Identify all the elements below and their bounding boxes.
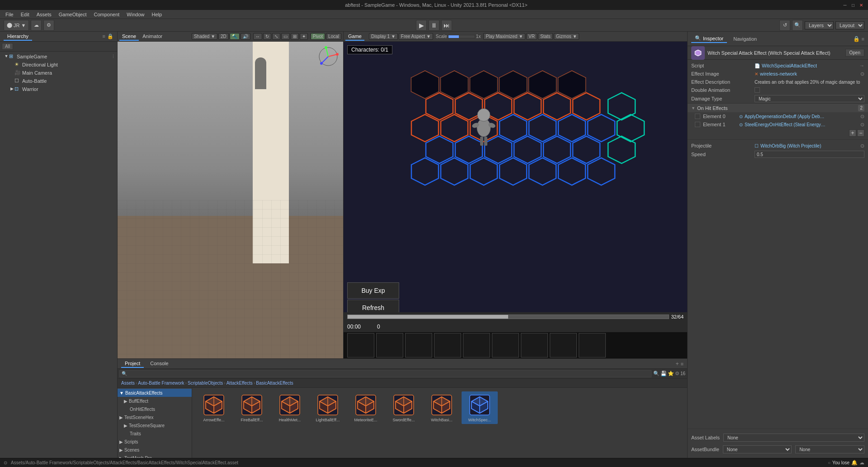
item-slot-3[interactable]: [405, 333, 432, 357]
2d-toggle[interactable]: 2D: [218, 33, 229, 40]
play-button[interactable]: ▶: [416, 20, 427, 31]
breadcrumb-framework[interactable]: Auto-Battle Framework: [138, 381, 184, 386]
breadcrumb-scriptable[interactable]: ScriptableObjects: [188, 381, 223, 386]
item-slot-1[interactable]: [347, 333, 374, 357]
breadcrumb-attack[interactable]: AttackEffects: [226, 381, 253, 386]
history-button[interactable]: ↺: [779, 20, 790, 31]
asset-bundle-dropdown[interactable]: None: [723, 445, 792, 453]
element1-target-icon[interactable]: ⊙: [860, 122, 864, 128]
pivot-toggle[interactable]: Pivot: [311, 33, 325, 40]
inspector-menu-icon[interactable]: ≡: [862, 36, 864, 42]
notification-icon[interactable]: 🔔: [851, 460, 858, 466]
asset-bundle-variant-dropdown[interactable]: None: [795, 445, 864, 453]
on-hit-effects-section[interactable]: ▼ On Hit Effects 2: [688, 103, 868, 112]
asset-firebeff[interactable]: FireBallEff...: [234, 391, 270, 424]
lock-icon[interactable]: 🔒: [853, 36, 860, 42]
project-search-input[interactable]: [128, 371, 649, 376]
asset-arroweffe[interactable]: ArrowEffe...: [196, 391, 232, 424]
rect-tool[interactable]: ▭: [281, 33, 290, 40]
project-menu-icon[interactable]: ≡: [681, 361, 684, 367]
hierarchy-item-camera[interactable]: 🎥 Main Camera: [0, 69, 117, 77]
minimize-button[interactable]: ─: [842, 2, 848, 8]
asset-witchspec[interactable]: WitchSpec...: [462, 391, 498, 424]
settings-button[interactable]: ⚙: [43, 20, 54, 31]
menu-gameobject[interactable]: GameObject: [55, 11, 90, 18]
item-slot-8[interactable]: [550, 333, 577, 357]
inspector-tab[interactable]: 🔍 Inspector: [691, 34, 727, 43]
all-filter[interactable]: All: [2, 43, 13, 50]
speed-input[interactable]: [755, 151, 864, 158]
menu-component[interactable]: Component: [90, 11, 123, 18]
hierarchy-item-dirlight[interactable]: ☀ Directional Light: [0, 61, 117, 69]
file-item-buff[interactable]: ▶ BuffEffect: [118, 397, 192, 405]
play-maximized[interactable]: Play Maximized ▼: [483, 33, 525, 40]
display-dropdown[interactable]: Display 1 ▼: [369, 33, 398, 40]
save-filter-icon[interactable]: 💾: [660, 371, 667, 376]
settings-icon[interactable]: ⚙: [675, 371, 679, 376]
hierarchy-tab[interactable]: Hierarchy: [4, 33, 32, 41]
breadcrumb-assets[interactable]: Assets: [121, 381, 135, 386]
file-item-testscene[interactable]: ▶ TestSceneSquare: [118, 421, 192, 429]
add-icon[interactable]: +: [676, 361, 679, 367]
asset-lightbeff[interactable]: LightBallEff...: [310, 391, 346, 424]
navigation-tab[interactable]: Navigation: [730, 35, 760, 43]
layout-dropdown[interactable]: Layout: [835, 21, 864, 29]
file-item-textmesh[interactable]: ▶ TextMesh Pro: [118, 454, 192, 458]
hierarchy-lock-icon[interactable]: 🔒: [107, 33, 113, 39]
pause-button[interactable]: ⏸: [429, 20, 439, 31]
menu-assets[interactable]: Assets: [33, 11, 55, 18]
double-anim-checkbox[interactable]: [755, 87, 760, 93]
add-element-button[interactable]: +: [849, 129, 856, 137]
eye-icon[interactable]: ⋮: [111, 54, 115, 59]
remove-element-button[interactable]: −: [857, 129, 864, 137]
file-item-traits[interactable]: Traits: [118, 429, 192, 438]
step-button[interactable]: ⏭: [441, 20, 452, 31]
item-slot-7[interactable]: [521, 333, 548, 357]
account-button[interactable]: ⬤ JR ▼: [4, 20, 29, 31]
menu-edit[interactable]: Edit: [17, 11, 33, 18]
vr-button[interactable]: VR: [526, 33, 537, 40]
audio-toggle[interactable]: 🔊: [241, 33, 250, 40]
asset-meteorite[interactable]: MeteoriteE...: [348, 391, 384, 424]
project-search-field[interactable]: 🔍: [119, 370, 651, 377]
item-slot-4[interactable]: [434, 333, 461, 357]
buy-exp-button[interactable]: Buy Exp: [347, 282, 399, 299]
projectile-target-icon[interactable]: ⊙: [860, 143, 864, 149]
rotate-tool[interactable]: ↻: [263, 33, 271, 40]
scale-slider[interactable]: [448, 35, 475, 38]
search-button[interactable]: 🔍: [792, 20, 803, 31]
scene-tab[interactable]: Scene: [119, 33, 139, 41]
hierarchy-item-autobattle[interactable]: ☐ Auto-Battle: [0, 77, 117, 85]
console-tab[interactable]: Console: [146, 360, 172, 368]
aspect-dropdown[interactable]: Free Aspect ▼: [399, 33, 433, 40]
asset-healthmet[interactable]: HealthMet...: [272, 391, 308, 424]
transform-tool[interactable]: ⊞: [291, 33, 299, 40]
asset-label-dropdown[interactable]: None: [723, 434, 864, 442]
menu-help[interactable]: Help: [148, 11, 165, 18]
element1-checkbox[interactable]: [695, 122, 700, 127]
scene-viewport[interactable]: Persp: [118, 42, 343, 358]
stats-button[interactable]: Stats: [538, 33, 553, 40]
shading-dropdown[interactable]: Shaded ▼: [192, 33, 217, 40]
gizmos-button[interactable]: Gizmos ▼: [554, 33, 580, 40]
element0-checkbox[interactable]: [695, 114, 700, 119]
file-item-onhit[interactable]: OnHitEffects: [118, 405, 192, 413]
item-slot-9[interactable]: [579, 333, 606, 357]
menu-window[interactable]: Window: [123, 11, 148, 18]
game-viewport[interactable]: Characters: 0/1: [344, 42, 687, 358]
light-toggle[interactable]: 🔦: [230, 33, 240, 40]
local-toggle[interactable]: Local: [326, 33, 341, 40]
element0-target-icon[interactable]: ⊙: [860, 114, 864, 119]
game-tab[interactable]: Game: [345, 33, 364, 41]
item-slot-6[interactable]: [492, 333, 519, 357]
project-tab[interactable]: Project: [121, 360, 144, 368]
translate-tool[interactable]: ↔: [253, 33, 262, 40]
hierarchy-menu-icon[interactable]: ≡: [103, 33, 105, 39]
asset-witchbasi[interactable]: WitchBasi...: [424, 391, 460, 424]
damage-type-dropdown[interactable]: Magic Physical: [755, 95, 864, 102]
filter-icon[interactable]: 🔍: [653, 371, 660, 376]
open-button[interactable]: Open: [845, 49, 864, 57]
scale-tool[interactable]: ⤡: [272, 33, 280, 40]
file-item-scenes[interactable]: ▶ Scenes: [118, 446, 192, 454]
star-icon[interactable]: ⭐: [668, 371, 674, 376]
